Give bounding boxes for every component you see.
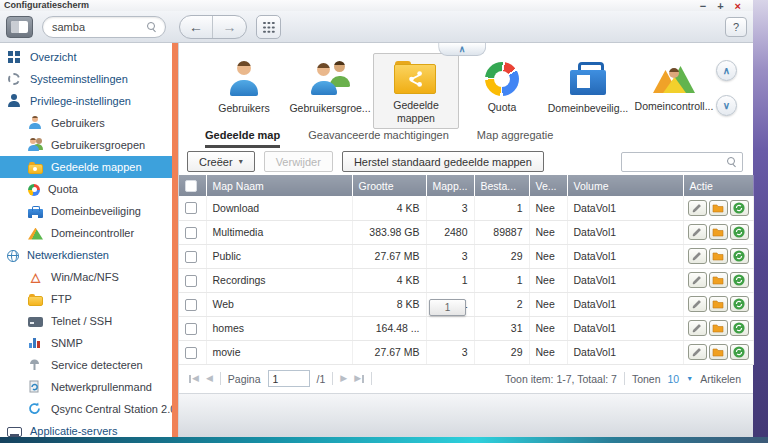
ribbon-item-domeincontroller[interactable]: Domeincontroll... xyxy=(631,53,717,118)
global-search-box[interactable] xyxy=(42,16,166,38)
refresh-button[interactable] xyxy=(730,272,749,288)
table-row[interactable]: Recordings 4 KB 1 1 Nee DataVol1 xyxy=(179,268,753,292)
edit-properties-button[interactable] xyxy=(688,224,707,240)
browse-folder-button[interactable] xyxy=(709,224,728,240)
forward-button[interactable]: → xyxy=(213,16,246,38)
ribbon-item-quota[interactable]: Quota xyxy=(459,53,545,119)
sidebar-item-gedeelde-mappen[interactable]: Gedeelde mappen xyxy=(0,156,172,178)
browse-folder-button[interactable] xyxy=(709,320,728,336)
browse-folder-button[interactable] xyxy=(709,200,728,216)
minimize-icon[interactable]: − xyxy=(700,1,706,11)
content-panel: ∧ Gebruikers Gebruikersgroe... Gedeelde … xyxy=(178,43,753,437)
browse-folder-button[interactable] xyxy=(709,296,728,312)
sidebar-item-applicatie-servers[interactable]: Applicatie-servers xyxy=(0,420,172,437)
ribbon-scroll-down-button[interactable]: ∨ xyxy=(716,95,737,116)
refresh-button[interactable] xyxy=(730,344,749,360)
row-checkbox[interactable] xyxy=(185,299,197,311)
sidebar-item-overzicht[interactable]: Overzicht xyxy=(0,46,172,68)
sidebar-item-domeinbeveiliging[interactable]: Domeinbeveiliging xyxy=(0,200,172,222)
collapse-panel-button[interactable]: ∧ xyxy=(438,43,486,56)
size-cell: 27.67 MB xyxy=(352,340,426,364)
ribbon-scroll-up-button[interactable]: ∧ xyxy=(716,60,737,81)
ribbon-item-gebruikersgroepen[interactable]: Gebruikersgroe... xyxy=(287,53,373,120)
ribbon-item-domeinbeveiliging[interactable]: Domeinbeveilig... xyxy=(545,53,631,120)
row-checkbox[interactable] xyxy=(185,251,197,263)
sidebar-item-gebruikers[interactable]: Gebruikers xyxy=(0,112,172,134)
edit-properties-button[interactable] xyxy=(688,296,707,312)
sidebar-item-win-mac-nfs[interactable]: △ Win/Mac/NFS xyxy=(0,266,172,288)
header-volume[interactable]: Volume xyxy=(567,175,683,196)
browse-folder-button[interactable] xyxy=(709,272,728,288)
table-row[interactable]: homes 164.48 ... 31 Nee DataVol1 xyxy=(179,316,753,340)
table-row[interactable]: Download 4 KB 3 1 Nee DataVol1 xyxy=(179,196,753,220)
header-mappen[interactable]: Mapp... xyxy=(426,175,474,196)
tab-gedeelde-map[interactable]: Gedeelde map xyxy=(205,129,280,148)
header-map-naam[interactable]: Map Naam xyxy=(206,175,352,196)
back-button[interactable]: ← xyxy=(180,16,213,38)
table-row[interactable]: movie 27.67 MB 3 29 Nee DataVol1 xyxy=(179,340,753,364)
action-cell xyxy=(683,220,753,244)
sidebar-item-systeeminstellingen[interactable]: Systeeminstellingen xyxy=(0,68,172,90)
sidebar-item-snmp[interactable]: SNMP xyxy=(0,332,172,354)
window-title: Configuratiescherm xyxy=(4,0,89,11)
row-checkbox[interactable] xyxy=(185,202,197,214)
row-checkbox[interactable] xyxy=(185,323,197,335)
next-page-button[interactable]: ▶ xyxy=(340,374,347,383)
sidebar-item-gebruikersgroepen[interactable]: Gebruikersgroepen xyxy=(0,134,172,156)
refresh-button[interactable] xyxy=(730,200,749,216)
refresh-button[interactable] xyxy=(730,296,749,312)
edit-properties-button[interactable] xyxy=(688,344,707,360)
sidebar-toggle-button[interactable] xyxy=(6,16,33,38)
sidebar-item-netwerkdiensten[interactable]: Netwerkdiensten xyxy=(0,244,172,266)
select-all-checkbox[interactable] xyxy=(185,180,197,192)
browse-folder-button[interactable] xyxy=(709,248,728,264)
first-page-button[interactable]: ◀ xyxy=(189,374,199,383)
sidebar-item-qsync[interactable]: Qsync Central Station 2.0 xyxy=(0,398,172,420)
ribbon-item-gedeelde-mappen[interactable]: Gedeelde mappen xyxy=(373,53,459,129)
page-size-dropdown-icon[interactable]: ▼ xyxy=(686,375,693,382)
sidebar-item-service-detecteren[interactable]: Service detecteren xyxy=(0,354,172,376)
app-grid-button[interactable] xyxy=(256,15,281,39)
create-button[interactable]: Creëer ▾ xyxy=(187,151,255,172)
header-verborgen[interactable]: Ve... xyxy=(529,175,567,196)
table-row[interactable]: Multimedia 383.98 GB 2480 89887 Nee Data… xyxy=(179,220,753,244)
refresh-button[interactable] xyxy=(730,224,749,240)
tab-geavanceerde-machtigingen[interactable]: Geavanceerde machtigingen xyxy=(308,129,449,148)
edit-properties-button[interactable] xyxy=(688,272,707,288)
maximize-icon[interactable]: + xyxy=(717,1,723,11)
sidebar-item-telnet-ssh[interactable]: Telnet / SSH xyxy=(0,310,172,332)
sidebar-item-label: Netwerkprullenmand xyxy=(51,381,152,393)
sidebar-item-quota[interactable]: Quota xyxy=(0,178,172,200)
tab-map-aggregatie[interactable]: Map aggregatie xyxy=(477,129,553,148)
header-bestanden[interactable]: Besta... xyxy=(474,175,529,196)
sidebar-item-privilege-instellingen[interactable]: Privilege-instellingen xyxy=(0,90,172,112)
help-button[interactable]: ? xyxy=(725,17,747,37)
refresh-button[interactable] xyxy=(730,320,749,336)
table-search-input[interactable] xyxy=(628,156,727,168)
close-icon[interactable]: × xyxy=(735,1,741,11)
row-checkbox[interactable] xyxy=(185,275,197,287)
edit-properties-button[interactable] xyxy=(688,248,707,264)
previous-page-button[interactable]: ◀ xyxy=(206,374,213,383)
page-number-input[interactable] xyxy=(268,370,310,387)
page-size-value[interactable]: 10 xyxy=(668,373,680,385)
restore-default-folders-button[interactable]: Herstel standaard gedeelde mappen xyxy=(342,151,544,172)
table-row[interactable]: Public 27.67 MB 3 29 Nee DataVol1 xyxy=(179,244,753,268)
browse-folder-button[interactable] xyxy=(709,344,728,360)
sidebar-item-domeincontroller[interactable]: Domeincontroller xyxy=(0,222,172,244)
row-checkbox[interactable] xyxy=(185,227,197,239)
global-search-input[interactable] xyxy=(52,21,147,33)
table-search-box[interactable] xyxy=(621,152,743,172)
table-row[interactable]: Web 8 KB 1 2 Nee DataVol1 xyxy=(179,292,753,316)
refresh-button[interactable] xyxy=(730,248,749,264)
row-checkbox[interactable] xyxy=(185,347,197,359)
delete-button[interactable]: Verwijder xyxy=(264,151,333,172)
sidebar-item-ftp[interactable]: FTP xyxy=(0,288,172,310)
ribbon-item-gebruikers[interactable]: Gebruikers xyxy=(201,53,287,120)
last-page-button[interactable]: ▶ xyxy=(354,374,364,383)
header-grootte[interactable]: Grootte xyxy=(352,175,426,196)
quota-icon xyxy=(28,184,40,196)
sidebar-item-netwerkprullenmand[interactable]: Netwerkprullenmand xyxy=(0,376,172,398)
edit-properties-button[interactable] xyxy=(688,320,707,336)
edit-properties-button[interactable] xyxy=(688,200,707,216)
